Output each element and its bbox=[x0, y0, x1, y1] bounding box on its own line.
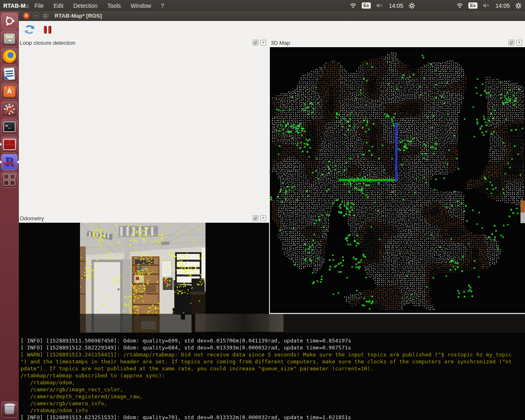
dock-close-button[interactable]: × bbox=[516, 40, 522, 46]
launcher-software-button[interactable]: A bbox=[1, 83, 18, 100]
odometry-dock-header[interactable]: Odometry × bbox=[19, 214, 269, 223]
top-menu-bar: RTAB-M a FileEditDetectionToolsWindow? E… bbox=[0, 0, 525, 11]
clock-indicator[interactable]: 14:05 bbox=[495, 2, 510, 9]
dock-close-button[interactable]: × bbox=[260, 40, 266, 46]
pause-icon bbox=[44, 26, 47, 34]
window-titlebar[interactable]: × − RTAB-Map* [ROS] bbox=[19, 11, 525, 21]
terminal-line-warn: /camera/rgb/camera_info, bbox=[21, 400, 525, 407]
terminal-line-warn: [ WARN] [1528891513.241154411]: /rtabmap… bbox=[21, 351, 525, 358]
wifi-icon[interactable] bbox=[350, 3, 356, 8]
launcher-terminal-button[interactable]: >_ bbox=[1, 119, 18, 135]
running-indicator-arrow bbox=[0, 143, 2, 146]
desktop: RTAB-M a FileEditDetectionToolsWindow? E… bbox=[0, 0, 525, 420]
launcher-writer-button[interactable] bbox=[1, 66, 18, 82]
keyboard-layout-indicator[interactable]: Es bbox=[362, 2, 371, 9]
indicator-group-secondary: Es 14:05 bbox=[457, 0, 522, 11]
terminal-icon: >_ bbox=[3, 121, 16, 132]
window-minimize-button[interactable]: − bbox=[32, 12, 39, 19]
terminal-line-warn: /rtabmap/rtabmap subscribed to (approx s… bbox=[21, 372, 525, 379]
rtabmap-window: × − RTAB-Map* [ROS] Loop closure detecti bbox=[19, 11, 525, 314]
dock-float-button[interactable] bbox=[253, 215, 258, 221]
map3d-pointcloud-canvas[interactable] bbox=[270, 47, 525, 313]
terminal-line-info: [ INFO] [1528891511.506987450]: Odom: qu… bbox=[21, 337, 525, 344]
terminal-line-warn: /rtabmap/odom_info bbox=[21, 407, 525, 414]
loop-closure-dock-header[interactable]: Loop closure detection × bbox=[19, 38, 269, 47]
focused-indicator-arrow bbox=[17, 160, 19, 164]
volume-muted-icon[interactable] bbox=[376, 3, 383, 8]
terminal-line-info: [ INFO] [1528891513.623251533]: Odom: qu… bbox=[21, 414, 525, 420]
pause-icon bbox=[48, 26, 51, 34]
rtabmap-database-icon bbox=[3, 139, 16, 150]
main-toolbar bbox=[19, 21, 525, 38]
terminal-line-info: [ INFO] [1528891512.582229349]: Odom: qu… bbox=[21, 344, 525, 351]
launcher-rviz-button[interactable]: R bbox=[1, 154, 18, 170]
window-title: RTAB-Map* [ROS] bbox=[55, 13, 102, 19]
clock-indicator[interactable]: 14:05 bbox=[389, 2, 403, 9]
files-icon bbox=[4, 33, 15, 44]
refresh-icon bbox=[24, 24, 35, 35]
firefox-icon bbox=[3, 50, 16, 63]
launcher-settings-button[interactable] bbox=[1, 101, 18, 117]
keyboard-layout-indicator[interactable]: Es bbox=[468, 2, 477, 9]
launcher-ubuntu-dash-button[interactable] bbox=[1, 13, 18, 29]
menubar-app-name-overflow: a bbox=[25, 2, 29, 9]
ubuntu-logo-icon bbox=[4, 16, 15, 26]
menubar-app-name[interactable]: RTAB-M bbox=[3, 2, 25, 9]
window-maximize-button[interactable] bbox=[42, 12, 49, 19]
odometry-dock-buttons: × bbox=[253, 215, 266, 221]
terminal-line-warn: /camera/rgb/image_rect_color, bbox=[21, 386, 525, 393]
session-gear-icon[interactable] bbox=[515, 2, 522, 9]
launcher-firefox-button[interactable] bbox=[1, 48, 18, 64]
map3d-view bbox=[270, 47, 525, 313]
system-settings-icon bbox=[3, 103, 16, 116]
loop-closure-view bbox=[19, 47, 269, 220]
session-gear-icon[interactable] bbox=[409, 2, 415, 9]
terminal-transparency-ghost bbox=[195, 314, 283, 332]
dock-float-button[interactable] bbox=[253, 40, 258, 46]
unity-launcher: A >_ R bbox=[0, 11, 19, 420]
refresh-button[interactable] bbox=[24, 24, 35, 35]
workspace-switcher-icon bbox=[4, 174, 15, 185]
libreoffice-writer-icon bbox=[4, 67, 15, 80]
launcher-trash-button[interactable] bbox=[1, 401, 18, 418]
menu-detection[interactable]: Detection bbox=[73, 2, 98, 9]
terminal-line-warn: pdate"). If topics are not published at … bbox=[21, 365, 525, 372]
volume-muted-icon[interactable] bbox=[483, 3, 490, 8]
window-close-button[interactable]: × bbox=[23, 12, 30, 19]
terminal-lines: [ INFO] [1528891511.506987450]: Odom: qu… bbox=[21, 337, 525, 420]
rviz-r-icon: R bbox=[5, 157, 14, 168]
wifi-icon[interactable] bbox=[457, 3, 463, 8]
indicator-group-primary: Es 14:05 bbox=[350, 0, 415, 11]
map3d-dock-title: 3D Map bbox=[270, 40, 509, 46]
terminal-line-warn: /camera/depth_registered/image_raw, bbox=[21, 393, 525, 400]
launcher-workspace-button[interactable] bbox=[1, 171, 18, 188]
ubuntu-software-icon: A bbox=[3, 86, 16, 97]
dock-float-button[interactable] bbox=[509, 40, 514, 46]
terminal-line-warn: ") and the timestamps in their header ar… bbox=[21, 358, 525, 365]
menubar-menus: FileEditDetectionToolsWindow? bbox=[34, 2, 164, 9]
menu-file[interactable]: File bbox=[34, 2, 44, 9]
loop-closure-dock-buttons: × bbox=[253, 40, 266, 46]
loop-closure-dock-title: Loop closure detection bbox=[19, 40, 253, 46]
dock-close-button[interactable]: × bbox=[260, 215, 266, 221]
odometry-dock-title: Odometry bbox=[19, 215, 253, 221]
launcher-rtabmap-db-button[interactable] bbox=[1, 136, 18, 153]
terminal-line-warn: /rtabmap/odom, bbox=[21, 379, 525, 386]
running-indicator-arrow bbox=[0, 160, 2, 164]
launcher-files-button[interactable] bbox=[1, 30, 18, 47]
menu-window[interactable]: Window bbox=[131, 2, 151, 9]
terminal-window[interactable]: [ INFO] [1528891511.506987450]: Odom: qu… bbox=[19, 314, 525, 420]
map3d-dock-header[interactable]: 3D Map × bbox=[270, 38, 525, 47]
menu-edit[interactable]: Edit bbox=[54, 2, 64, 9]
menu-tools[interactable]: Tools bbox=[107, 2, 121, 9]
pause-button[interactable] bbox=[42, 24, 53, 35]
map3d-dock-buttons: × bbox=[509, 40, 522, 46]
menu-?[interactable]: ? bbox=[161, 2, 164, 9]
trash-icon bbox=[5, 404, 14, 414]
